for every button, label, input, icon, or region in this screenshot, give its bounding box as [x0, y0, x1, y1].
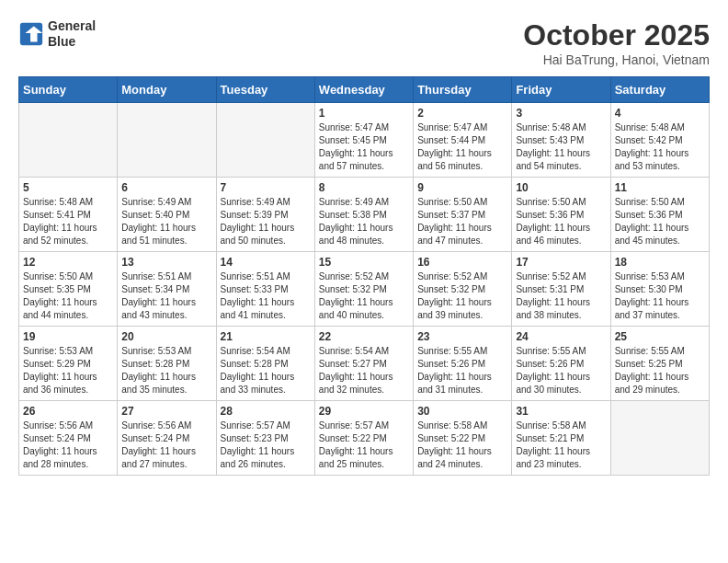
- calendar-header: SundayMondayTuesdayWednesdayThursdayFrid…: [19, 77, 710, 103]
- calendar-cell: 31Sunrise: 5:58 AM Sunset: 5:21 PM Dayli…: [512, 401, 610, 476]
- day-number: 31: [516, 405, 606, 418]
- calendar-cell: 25Sunrise: 5:55 AM Sunset: 5:25 PM Dayli…: [610, 327, 709, 401]
- day-info: Sunrise: 5:52 AM Sunset: 5:31 PM Dayligh…: [516, 270, 606, 322]
- day-info: Sunrise: 5:51 AM Sunset: 5:33 PM Dayligh…: [221, 270, 311, 322]
- day-info: Sunrise: 5:53 AM Sunset: 5:28 PM Dayligh…: [121, 345, 211, 396]
- day-number: 11: [615, 181, 705, 194]
- weekday-header-tuesday: Tuesday: [216, 77, 314, 103]
- weekday-header-thursday: Thursday: [414, 77, 512, 103]
- day-info: Sunrise: 5:49 AM Sunset: 5:38 PM Dayligh…: [319, 196, 409, 247]
- calendar-cell: 4Sunrise: 5:48 AM Sunset: 5:42 PM Daylig…: [610, 103, 709, 178]
- day-info: Sunrise: 5:54 AM Sunset: 5:28 PM Dayligh…: [221, 345, 311, 396]
- calendar-week-row: 5Sunrise: 5:48 AM Sunset: 5:41 PM Daylig…: [19, 178, 710, 252]
- calendar-cell: [610, 401, 709, 476]
- calendar-cell: 5Sunrise: 5:48 AM Sunset: 5:41 PM Daylig…: [19, 178, 118, 252]
- day-number: 7: [221, 181, 311, 194]
- day-number: 30: [417, 405, 507, 418]
- day-number: 24: [516, 330, 606, 343]
- day-info: Sunrise: 5:48 AM Sunset: 5:43 PM Dayligh…: [516, 121, 606, 173]
- day-info: Sunrise: 5:50 AM Sunset: 5:36 PM Dayligh…: [516, 196, 606, 247]
- calendar-week-row: 1Sunrise: 5:47 AM Sunset: 5:45 PM Daylig…: [19, 103, 710, 178]
- day-number: 4: [615, 107, 705, 120]
- weekday-header-sunday: Sunday: [19, 77, 118, 103]
- calendar-cell: 26Sunrise: 5:56 AM Sunset: 5:24 PM Dayli…: [19, 401, 118, 476]
- day-number: 21: [221, 330, 311, 343]
- day-number: 25: [615, 330, 705, 343]
- day-number: 22: [319, 330, 409, 343]
- day-number: 8: [319, 181, 409, 194]
- calendar-cell: 30Sunrise: 5:58 AM Sunset: 5:22 PM Dayli…: [414, 401, 512, 476]
- calendar-cell: 3Sunrise: 5:48 AM Sunset: 5:43 PM Daylig…: [512, 103, 610, 178]
- calendar-cell: 27Sunrise: 5:56 AM Sunset: 5:24 PM Dayli…: [118, 401, 216, 476]
- day-number: 27: [121, 405, 211, 418]
- day-number: 13: [121, 256, 211, 269]
- day-info: Sunrise: 5:58 AM Sunset: 5:21 PM Dayligh…: [516, 419, 606, 471]
- page-header: General Blue October 2025 Hai BaTrung, H…: [18, 18, 710, 67]
- calendar-cell: [19, 103, 118, 178]
- calendar-cell: 7Sunrise: 5:49 AM Sunset: 5:39 PM Daylig…: [216, 178, 314, 252]
- calendar-cell: 8Sunrise: 5:49 AM Sunset: 5:38 PM Daylig…: [314, 178, 413, 252]
- calendar-cell: 12Sunrise: 5:50 AM Sunset: 5:35 PM Dayli…: [19, 252, 118, 327]
- calendar-cell: [216, 103, 314, 178]
- title-block: October 2025 Hai BaTrung, Hanoi, Vietnam: [523, 18, 710, 67]
- day-number: 18: [615, 256, 705, 269]
- day-number: 16: [417, 256, 507, 269]
- day-info: Sunrise: 5:50 AM Sunset: 5:37 PM Dayligh…: [417, 196, 507, 247]
- day-number: 17: [516, 256, 606, 269]
- day-info: Sunrise: 5:49 AM Sunset: 5:39 PM Dayligh…: [221, 196, 311, 247]
- day-info: Sunrise: 5:55 AM Sunset: 5:26 PM Dayligh…: [516, 345, 606, 396]
- calendar-cell: 24Sunrise: 5:55 AM Sunset: 5:26 PM Dayli…: [512, 327, 610, 401]
- day-info: Sunrise: 5:55 AM Sunset: 5:26 PM Dayligh…: [417, 345, 507, 396]
- day-info: Sunrise: 5:54 AM Sunset: 5:27 PM Dayligh…: [319, 345, 409, 396]
- day-number: 10: [516, 181, 606, 194]
- day-number: 29: [319, 405, 409, 418]
- day-info: Sunrise: 5:53 AM Sunset: 5:29 PM Dayligh…: [23, 345, 113, 396]
- logo: General Blue: [18, 18, 96, 50]
- day-info: Sunrise: 5:51 AM Sunset: 5:34 PM Dayligh…: [121, 270, 211, 322]
- day-number: 26: [23, 405, 113, 418]
- calendar-week-row: 12Sunrise: 5:50 AM Sunset: 5:35 PM Dayli…: [19, 252, 710, 327]
- page-title: October 2025: [523, 18, 710, 52]
- calendar-body: 1Sunrise: 5:47 AM Sunset: 5:45 PM Daylig…: [19, 103, 710, 476]
- calendar-cell: 20Sunrise: 5:53 AM Sunset: 5:28 PM Dayli…: [118, 327, 216, 401]
- calendar-cell: 9Sunrise: 5:50 AM Sunset: 5:37 PM Daylig…: [414, 178, 512, 252]
- calendar-cell: 2Sunrise: 5:47 AM Sunset: 5:44 PM Daylig…: [414, 103, 512, 178]
- day-info: Sunrise: 5:57 AM Sunset: 5:23 PM Dayligh…: [221, 419, 311, 471]
- day-number: 2: [417, 107, 507, 120]
- day-number: 6: [121, 181, 211, 194]
- logo-text: General Blue: [48, 18, 96, 50]
- weekday-header-saturday: Saturday: [610, 77, 709, 103]
- day-info: Sunrise: 5:57 AM Sunset: 5:22 PM Dayligh…: [319, 419, 409, 471]
- day-info: Sunrise: 5:47 AM Sunset: 5:45 PM Dayligh…: [319, 121, 409, 173]
- day-info: Sunrise: 5:48 AM Sunset: 5:42 PM Dayligh…: [615, 121, 705, 173]
- calendar-cell: 21Sunrise: 5:54 AM Sunset: 5:28 PM Dayli…: [216, 327, 314, 401]
- day-number: 14: [221, 256, 311, 269]
- day-number: 20: [121, 330, 211, 343]
- calendar-cell: 15Sunrise: 5:52 AM Sunset: 5:32 PM Dayli…: [314, 252, 413, 327]
- day-info: Sunrise: 5:56 AM Sunset: 5:24 PM Dayligh…: [23, 419, 113, 471]
- day-info: Sunrise: 5:55 AM Sunset: 5:25 PM Dayligh…: [615, 345, 705, 396]
- day-number: 23: [417, 330, 507, 343]
- day-info: Sunrise: 5:50 AM Sunset: 5:36 PM Dayligh…: [615, 196, 705, 247]
- page-subtitle: Hai BaTrung, Hanoi, Vietnam: [523, 52, 710, 67]
- day-info: Sunrise: 5:56 AM Sunset: 5:24 PM Dayligh…: [121, 419, 211, 471]
- calendar-cell: 28Sunrise: 5:57 AM Sunset: 5:23 PM Dayli…: [216, 401, 314, 476]
- calendar-cell: 13Sunrise: 5:51 AM Sunset: 5:34 PM Dayli…: [118, 252, 216, 327]
- calendar-cell: 10Sunrise: 5:50 AM Sunset: 5:36 PM Dayli…: [512, 178, 610, 252]
- weekday-header-friday: Friday: [512, 77, 610, 103]
- day-number: 15: [319, 256, 409, 269]
- calendar-cell: 18Sunrise: 5:53 AM Sunset: 5:30 PM Dayli…: [610, 252, 709, 327]
- day-info: Sunrise: 5:53 AM Sunset: 5:30 PM Dayligh…: [615, 270, 705, 322]
- calendar-cell: 6Sunrise: 5:49 AM Sunset: 5:40 PM Daylig…: [118, 178, 216, 252]
- calendar-cell: 16Sunrise: 5:52 AM Sunset: 5:32 PM Dayli…: [414, 252, 512, 327]
- weekday-header-wednesday: Wednesday: [314, 77, 413, 103]
- calendar-week-row: 26Sunrise: 5:56 AM Sunset: 5:24 PM Dayli…: [19, 401, 710, 476]
- day-info: Sunrise: 5:52 AM Sunset: 5:32 PM Dayligh…: [417, 270, 507, 322]
- day-number: 12: [23, 256, 113, 269]
- day-number: 9: [417, 181, 507, 194]
- calendar-cell: [118, 103, 216, 178]
- day-info: Sunrise: 5:49 AM Sunset: 5:40 PM Dayligh…: [121, 196, 211, 247]
- calendar-cell: 19Sunrise: 5:53 AM Sunset: 5:29 PM Dayli…: [19, 327, 118, 401]
- day-info: Sunrise: 5:50 AM Sunset: 5:35 PM Dayligh…: [23, 270, 113, 322]
- day-number: 28: [221, 405, 311, 418]
